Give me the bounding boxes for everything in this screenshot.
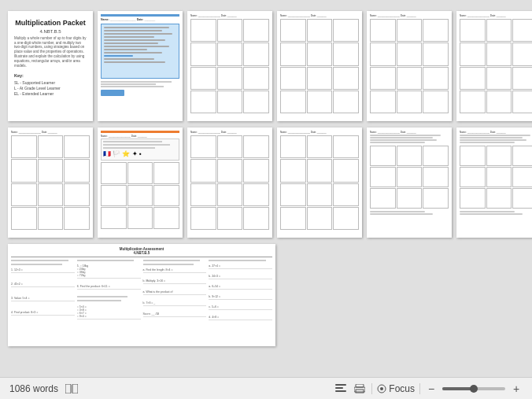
grid-cell [243, 207, 269, 230]
zoom-minus-btn[interactable]: − [425, 383, 438, 394]
page-7[interactable]: Name: _________________ Date: _______ [8, 127, 93, 238]
grid-cell [280, 135, 306, 158]
grid-cell [280, 91, 306, 113]
page-11[interactable]: Name: _________________ Date: _______ [367, 127, 452, 238]
svg-rect-1 [72, 384, 78, 393]
page-6[interactable]: Name: _________________ Date: _______ [456, 11, 532, 121]
grid-cell [486, 19, 512, 42]
page-8[interactable]: Name: _________________ Date: _______ 🇫🇷… [98, 127, 183, 238]
grid-cell [243, 159, 269, 182]
ws-grid-6 [460, 19, 532, 113]
grid-cell [38, 135, 64, 158]
assess-col-1: 1. 12×3 = 2. 45×2 = 3. Value: 5×4 = 4. F… [11, 260, 75, 346]
print-icon[interactable] [353, 383, 367, 394]
grid-cell [190, 91, 216, 113]
page-12[interactable]: Name: _________________ Date: _______ [456, 127, 532, 238]
page-assessment[interactable]: Multiplication Assessment4.NBT.B.5 1. 12… [8, 244, 275, 346]
grid-cell [397, 91, 423, 113]
grid-cell [280, 183, 306, 206]
grid-cell [307, 207, 333, 230]
grid-cell [217, 183, 243, 206]
grid-cell [243, 19, 269, 42]
page-10[interactable]: Name: _________________ Date: _______ [277, 127, 362, 238]
zoom-slider[interactable] [442, 387, 505, 390]
cover-key: Key: SL - Supported Learner L - At Grade… [14, 73, 87, 98]
ws-grid-10 [280, 135, 359, 230]
grid-cell [38, 183, 64, 206]
ws-grid-11 [370, 146, 449, 209]
page-2[interactable]: Name: _________________ Date: _______ [98, 11, 183, 121]
grid-cell [243, 42, 269, 65]
ws-grid-3 [190, 19, 269, 113]
svg-rect-3 [335, 387, 343, 389]
grid-cell [190, 183, 216, 206]
ws-header-2: Name: _________________ Date: _______ [101, 18, 179, 21]
grid-cell [486, 91, 512, 113]
page-3[interactable]: Name: _________________ Date: _______ [187, 11, 272, 121]
grid-cell [512, 42, 532, 65]
grid-cell [307, 42, 333, 65]
divider-1 [371, 383, 372, 394]
ws-grid-12 [460, 146, 532, 209]
word-count: 1086 words [9, 383, 58, 394]
grid-cell [486, 67, 512, 90]
grid-cell [280, 19, 306, 42]
assess-col-3: a. Find the length: 8×4 = b. Multiply: 3… [143, 260, 207, 346]
grid-cell [190, 67, 216, 90]
status-left: 1086 words [9, 383, 79, 394]
grid-cell [486, 42, 512, 65]
grid-cell [11, 183, 37, 206]
grid-cell [64, 207, 90, 230]
grid-cell [280, 159, 306, 182]
grid-cell [333, 135, 359, 158]
grid-cell [64, 159, 90, 182]
grid-cell [512, 91, 532, 113]
ws-grid-8 [101, 162, 179, 229]
page-view-icon[interactable] [65, 383, 79, 394]
ws-grid-9 [190, 135, 269, 230]
grid-cell [280, 67, 306, 90]
ws-header-10: Name: _________________ Date: _______ [280, 131, 359, 134]
ws-header-4: Name: _________________ Date: _______ [280, 14, 359, 17]
page-9[interactable]: Name: _________________ Date: _______ [187, 127, 272, 238]
grid-cell [333, 207, 359, 230]
assess-col-4: a. 27×4 = b. 24×3 = a. 6+54 = b. 9×12 = … [209, 260, 272, 346]
assess-col-2: 5. ○ 18kg○ 24kg○ 36kg○ 72kg 6. Find the … [77, 260, 141, 346]
ws-grid-4 [280, 19, 359, 113]
grid-cell [243, 67, 269, 90]
zoom-plus-btn[interactable]: + [510, 383, 523, 394]
cover-title: Multiplication Packet [15, 19, 86, 28]
page-cover[interactable]: Multiplication Packet 4.NBT.B.5 Multiply… [8, 11, 93, 121]
grid-cell [307, 19, 333, 42]
grid-cell [423, 91, 449, 113]
grid-cell [370, 42, 396, 65]
grid-cell [217, 207, 243, 230]
grid-cell [217, 159, 243, 182]
svg-rect-0 [65, 384, 71, 393]
ws-header-7: Name: _________________ Date: _______ [11, 131, 90, 134]
grid-cell [333, 42, 359, 65]
grid-cell [397, 19, 423, 42]
grid-cell [307, 159, 333, 182]
ws-grid-5 [370, 19, 449, 113]
grid-cell [307, 183, 333, 206]
align-left-icon[interactable] [334, 383, 348, 394]
grid-cell [280, 207, 306, 230]
assessment-content: 1. 12×3 = 2. 45×2 = 3. Value: 5×4 = 4. F… [11, 260, 272, 346]
page-5[interactable]: Name: _________________ Date: _______ [367, 11, 452, 121]
grid-cell [11, 159, 37, 182]
grid-cell [512, 19, 532, 42]
grid-cell [307, 67, 333, 90]
grid-cell [512, 67, 532, 90]
grid-cell [217, 67, 243, 90]
ws-header-12: Name: _________________ Date: _______ [460, 131, 532, 134]
svg-rect-4 [335, 390, 346, 392]
pages-row-3: Multiplication Assessment4.NBT.B.5 1. 12… [8, 244, 524, 346]
cover-standard: 4.NBT.B.5 [39, 29, 61, 34]
grid-cell [423, 19, 449, 42]
focus-button[interactable]: Focus [377, 383, 415, 394]
grid-cell [370, 91, 396, 113]
grid-cell [333, 183, 359, 206]
grid-cell [243, 91, 269, 113]
page-4[interactable]: Name: _________________ Date: _______ [277, 11, 362, 121]
